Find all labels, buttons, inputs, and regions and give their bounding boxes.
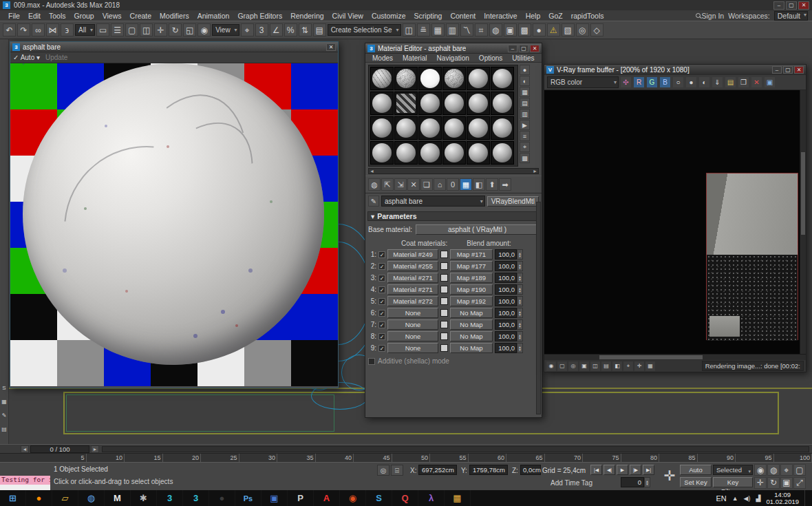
orbit-icon[interactable]: ↻ <box>767 477 780 489</box>
menu-goz[interactable]: GoZ <box>544 12 566 20</box>
go-forward-sibling-icon[interactable]: ➡ <box>499 178 511 191</box>
sample-slot[interactable] <box>491 92 514 115</box>
start-button[interactable]: ⊞ <box>0 490 26 506</box>
background-icon[interactable]: ▦ <box>520 87 530 97</box>
spinner-arrows-icon[interactable]: ▲▼ <box>517 249 523 260</box>
options-icon[interactable]: ≡ <box>520 131 530 141</box>
sample-slot[interactable] <box>491 67 514 90</box>
blend-amount-spinner[interactable]: 100,0▲▼ <box>495 308 523 318</box>
sample-slot[interactable] <box>394 141 418 165</box>
green-channel-icon[interactable]: G <box>646 76 658 88</box>
bind-to-space-warp-icon[interactable]: ϶ <box>61 23 74 36</box>
photoshop-icon[interactable]: Ps <box>235 490 261 506</box>
next-frame-button[interactable]: ► <box>91 445 99 453</box>
blue-channel-icon[interactable]: B <box>659 76 671 88</box>
menu-civil-view[interactable]: Civil View <box>328 12 367 20</box>
blend-color-swatch[interactable] <box>440 321 448 328</box>
invert-icon[interactable]: ◐ <box>698 76 710 88</box>
reference-coordinate-dropdown[interactable]: View <box>212 24 239 36</box>
material-editor-scrollbar[interactable] <box>536 202 541 414</box>
mirror-icon[interactable]: ◫ <box>403 23 416 36</box>
named-selection-dropdown[interactable]: Create Selection Se <box>328 24 401 36</box>
blend-map-button[interactable]: Map #192 <box>450 296 493 306</box>
show-color-corrections-icon[interactable]: ✣ <box>620 76 632 88</box>
pixel-info-icon[interactable]: ▣ <box>579 361 589 371</box>
coat-enable-checkbox[interactable]: ✓ <box>378 333 385 340</box>
selection-filter-dropdown[interactable]: All <box>75 24 95 36</box>
key-filters-button[interactable]: Key Filters... <box>713 477 753 487</box>
selection-lock-icon[interactable]: ⌸ <box>391 465 403 476</box>
network-icon[interactable]: ▟ <box>756 495 761 502</box>
coat-material-button[interactable]: Material #271 <box>387 284 438 295</box>
tray-caret-icon[interactable]: ▲ <box>732 495 738 502</box>
blend-color-swatch[interactable] <box>440 297 448 305</box>
put-to-library-icon[interactable]: ⌂ <box>434 178 446 191</box>
blend-map-button[interactable]: Map #171 <box>450 249 493 260</box>
vray-titlebar[interactable]: V V-Ray frame buffer - [200% of 1920 x 1… <box>544 65 806 75</box>
menu-interactive[interactable]: Interactive <box>480 12 521 20</box>
spinner-arrows-icon[interactable]: ▲▼ <box>517 261 523 271</box>
schematic-view-icon[interactable]: ⌗ <box>475 23 488 36</box>
menu-rapidtools[interactable]: rapidTools <box>567 12 608 20</box>
material-id-channel-icon[interactable]: 0 <box>447 178 459 191</box>
reset-map-icon[interactable]: ✕ <box>407 178 420 191</box>
copy-to-clipboard-icon[interactable]: ❐ <box>738 76 749 88</box>
vray-horizontal-scrollbar[interactable] <box>544 354 806 360</box>
firefox-icon[interactable]: ● <box>26 490 52 506</box>
3dsmax-icon-1[interactable]: 3 <box>157 490 183 506</box>
render-setup-icon[interactable]: ▣ <box>504 23 517 36</box>
menu-group[interactable]: Group <box>70 12 98 20</box>
coat-material-button[interactable]: Material #249 <box>387 249 438 260</box>
go-to-parent-icon[interactable]: ⬆ <box>486 178 498 191</box>
minimize-button[interactable]: – <box>773 1 784 10</box>
annotate-icon[interactable]: ✎ <box>0 411 8 419</box>
get-material-icon[interactable]: ◍ <box>368 178 381 191</box>
chrome-icon[interactable]: ◍ <box>78 490 105 506</box>
menu-graph-editors[interactable]: Graph Editors <box>233 12 286 20</box>
spinner-snap-icon[interactable]: ⇅ <box>299 23 312 36</box>
maximize-viewport-icon[interactable]: ▣ <box>780 477 793 489</box>
material-map-navigator-icon[interactable]: ▩ <box>520 153 530 163</box>
sample-slot[interactable] <box>418 116 442 140</box>
curve-editor-icon[interactable]: 〽 <box>460 23 473 36</box>
skype-icon[interactable]: S <box>366 490 392 506</box>
sample-slot[interactable] <box>370 141 394 165</box>
3dsmax-icon-2[interactable]: 3 <box>183 490 209 506</box>
menu-content[interactable]: Content <box>446 12 480 20</box>
menu-file[interactable]: File <box>4 12 24 20</box>
spinner-arrows-icon[interactable]: ▲▼ <box>517 308 523 318</box>
sample-slot[interactable] <box>418 67 442 90</box>
y-coordinate-field[interactable]: 1759,78cm <box>469 465 508 475</box>
sample-slot[interactable] <box>370 116 394 140</box>
coat-material-button[interactable]: None <box>387 331 438 341</box>
close-button[interactable]: ✕ <box>798 1 809 10</box>
go-to-end-icon[interactable]: ▶| <box>643 465 654 475</box>
blend-amount-spinner[interactable]: 100,0▲▼ <box>495 296 523 306</box>
blend-map-button[interactable]: No Map <box>450 308 493 318</box>
workspace-dropdown[interactable]: Default <box>774 11 808 21</box>
palette-scrollbar[interactable]: ◄ ► <box>368 168 539 174</box>
angle-snap-icon[interactable]: ∠ <box>270 23 283 36</box>
stamp-icon[interactable]: ▣ <box>764 76 776 88</box>
palette-scroll-right-icon[interactable]: ► <box>533 169 537 173</box>
assign-material-icon[interactable]: ⇲ <box>394 178 407 191</box>
align-icon[interactable]: ≞ <box>417 23 430 36</box>
preview-titlebar[interactable]: 3 asphalt bare ✕ <box>10 42 338 52</box>
play-icon[interactable]: ▶ <box>617 465 628 475</box>
stereo-icon[interactable]: ◧ <box>612 361 622 371</box>
auto-checkbox[interactable]: ✓ Auto ▾ <box>13 54 40 61</box>
spinner-arrows-icon[interactable]: ▲▼ <box>517 273 523 283</box>
sample-slot[interactable] <box>370 67 394 90</box>
blend-map-button[interactable]: Map #189 <box>450 273 493 283</box>
material-editor-titlebar[interactable]: 3 Material Editor - asphalt bare – ▢ ✕ <box>365 43 542 54</box>
maxscript-mini-listener[interactable]: Testing for i <box>0 476 50 485</box>
coat-material-button[interactable]: Material #272 <box>387 296 438 306</box>
sample-slot[interactable] <box>442 92 466 115</box>
menu-modifiers[interactable]: Modifiers <box>156 12 193 20</box>
coat-enable-checkbox[interactable]: ✓ <box>378 286 385 293</box>
spinner-arrows-icon[interactable]: ▲▼ <box>517 343 523 353</box>
show-end-result-icon[interactable]: ◧ <box>473 178 485 191</box>
save-image-icon[interactable]: ⇓ <box>712 76 723 88</box>
put-material-icon[interactable]: ⇱ <box>381 178 394 191</box>
speaker-icon[interactable]: ◀) <box>744 495 751 502</box>
